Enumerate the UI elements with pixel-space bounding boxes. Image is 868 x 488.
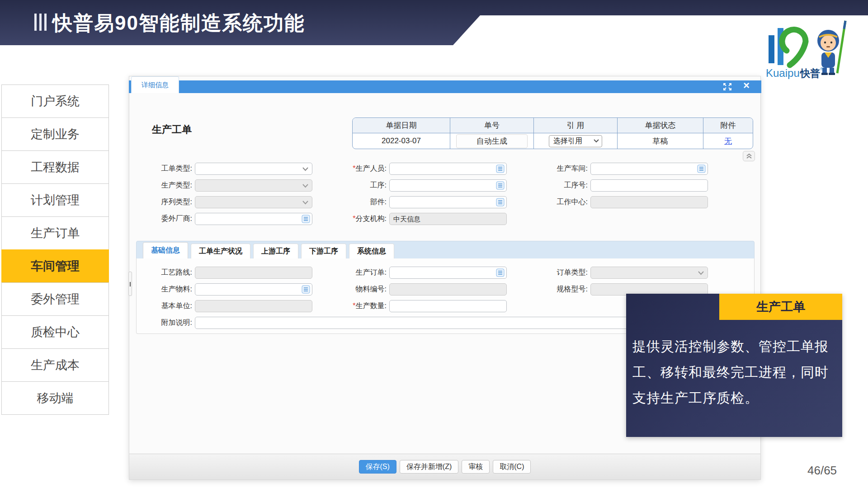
lookup-icon	[496, 198, 505, 206]
chevron-down-icon	[302, 184, 308, 188]
label-production-staff: *生产人员:	[346, 164, 389, 174]
sidebar-item-custom-business[interactable]: 定制业务	[1, 117, 109, 151]
field-process-route	[195, 267, 312, 279]
feature-callout: 生产工单 提供灵活控制参数、管控工单报工、移转和最终完工进程，同时支持生产工序质…	[626, 294, 842, 437]
dialog-footer: 保存(S) 保存并新增(Z) 审核 取消(C)	[129, 454, 760, 479]
label-order-type: 订单类型:	[545, 268, 590, 277]
attachment-link[interactable]: 无	[724, 136, 732, 146]
tab-system-info[interactable]: 系统信息	[349, 244, 394, 258]
label-branch: *分支机构:	[346, 214, 389, 224]
field-order-type	[590, 267, 708, 279]
page-title: 快普易90智能制造系统功能	[52, 10, 305, 37]
label-outsourcing-vendor: 委外厂商:	[150, 214, 195, 224]
page-number: 46/65	[807, 464, 837, 478]
save-button[interactable]: 保存(S)	[359, 460, 396, 474]
chevron-down-icon	[594, 139, 599, 143]
expand-icon[interactable]	[722, 82, 732, 92]
col-header-attachment: 附件	[703, 118, 753, 133]
order-no-cell: 自动生成	[450, 133, 533, 149]
sidebar-menu: 门户系统 定制业务 工程数据 计划管理 生产订单 车间管理 委外管理 质检中心 …	[1, 84, 109, 415]
tab-basic-info[interactable]: 基础信息	[143, 242, 188, 258]
save-and-new-button[interactable]: 保存并新增(Z)	[400, 460, 458, 474]
field-process-no[interactable]	[590, 179, 708, 192]
field-production-material[interactable]	[195, 283, 312, 296]
field-branch: 中天信息	[389, 213, 507, 225]
sidebar-item-workshop-management[interactable]: 车间管理	[1, 249, 109, 283]
reference-select[interactable]: 选择引用	[549, 135, 602, 147]
sidebar-item-mobile[interactable]: 移动端	[1, 381, 109, 415]
sidebar-item-engineering-data[interactable]: 工程数据	[1, 150, 109, 184]
col-header-status: 单据状态	[617, 118, 703, 133]
field-production-type	[195, 179, 312, 192]
field-work-order-type[interactable]	[195, 163, 312, 175]
panel-grip-handle[interactable]	[128, 272, 132, 296]
field-work-center	[590, 196, 708, 208]
double-chevron-up-icon	[746, 153, 752, 159]
field-production-qty[interactable]	[389, 300, 507, 312]
attachment-cell: 无	[703, 133, 753, 149]
close-icon[interactable]: ×	[741, 80, 751, 90]
lookup-icon	[302, 215, 310, 223]
slide-header: 快普易90智能制造系统功能	[0, 0, 868, 45]
sidebar-item-quality-center[interactable]: 质检中心	[1, 315, 109, 349]
label-process-route: 工艺路线:	[150, 268, 195, 277]
sidebar-item-outsourcing-management[interactable]: 委外管理	[1, 282, 109, 316]
reference-cell: 选择引用	[533, 133, 617, 149]
label-production-type: 生产类型:	[150, 181, 195, 190]
kp-mark	[769, 28, 806, 65]
label-material-no: 物料编号:	[346, 285, 389, 294]
label-spec-model: 规格型号:	[545, 285, 590, 294]
label-production-material: 生产物料:	[150, 285, 195, 294]
callout-body-text: 提供灵活控制参数、管控工单报工、移转和最终完工进程，同时支持生产工序质检。	[632, 333, 837, 411]
collapse-header-button[interactable]	[743, 151, 755, 161]
label-workshop: 生产车间:	[545, 164, 590, 174]
label-production-qty: *生产数量:	[346, 301, 389, 311]
field-production-order[interactable]	[389, 267, 507, 279]
sidebar-item-portal-system[interactable]: 门户系统	[1, 84, 109, 118]
field-outsourcing-vendor[interactable]	[195, 213, 312, 225]
label-extra-note: 附加说明:	[150, 318, 195, 328]
lookup-icon	[496, 164, 505, 173]
document-header-table: 单据日期 单号 引 用 单据状态 附件 2022-03-07 自动生成 选择引用…	[352, 117, 753, 149]
sidebar-item-production-cost[interactable]: 生产成本	[1, 348, 109, 382]
col-header-order-no: 单号	[450, 118, 533, 133]
field-base-unit	[195, 300, 312, 312]
label-process-no: 工序号:	[545, 181, 590, 190]
audit-button[interactable]: 审核	[462, 460, 490, 474]
brand-en-text: Kuaipu	[766, 67, 800, 79]
callout-title: 生产工单	[719, 294, 842, 320]
kuaipu-logo: Kuaipu 快普 ®	[765, 19, 855, 80]
chevron-down-icon	[302, 167, 308, 171]
label-base-unit: 基本单位:	[150, 301, 195, 311]
col-header-reference: 引 用	[533, 118, 617, 133]
field-process[interactable]	[389, 179, 507, 192]
header-bars-icon	[34, 14, 47, 31]
label-production-order: 生产订单:	[346, 268, 389, 277]
col-header-date: 单据日期	[353, 118, 450, 133]
label-sequence-type: 序列类型:	[150, 197, 195, 207]
label-component: 部件:	[346, 197, 389, 207]
status-value: 草稿	[617, 133, 703, 149]
tab-downstream-process[interactable]: 下游工序	[301, 244, 346, 258]
label-work-order-type: 工单类型:	[150, 164, 195, 174]
field-production-staff[interactable]	[389, 163, 507, 175]
dialog-titlebar	[129, 80, 761, 93]
field-component[interactable]	[389, 196, 507, 208]
document-date-value: 2022-03-07	[353, 133, 450, 149]
upper-field-grid: 工单类型: *生产人员: 生产车间: 生产类型: 工序:	[150, 160, 708, 227]
sidebar-item-production-order[interactable]: 生产订单	[1, 216, 109, 250]
form-title: 生产工单	[152, 123, 192, 136]
inner-tab-strip: 基础信息 工单生产状况 上游工序 下游工序 系统信息	[136, 241, 755, 259]
order-no-value: 自动生成	[456, 134, 528, 148]
chevron-down-icon	[302, 201, 308, 205]
field-workshop[interactable]	[590, 163, 708, 175]
lookup-icon	[302, 285, 310, 294]
sidebar-item-plan-management[interactable]: 计划管理	[1, 183, 109, 217]
field-material-no	[389, 283, 507, 296]
cancel-button[interactable]: 取消(C)	[493, 460, 531, 474]
tab-work-order-status[interactable]: 工单生产状况	[191, 244, 250, 258]
svg-text:®: ®	[820, 67, 823, 71]
tab-detail-info[interactable]: 详细信息	[131, 76, 179, 93]
tab-upstream-process[interactable]: 上游工序	[253, 244, 298, 258]
lookup-icon	[496, 181, 505, 190]
